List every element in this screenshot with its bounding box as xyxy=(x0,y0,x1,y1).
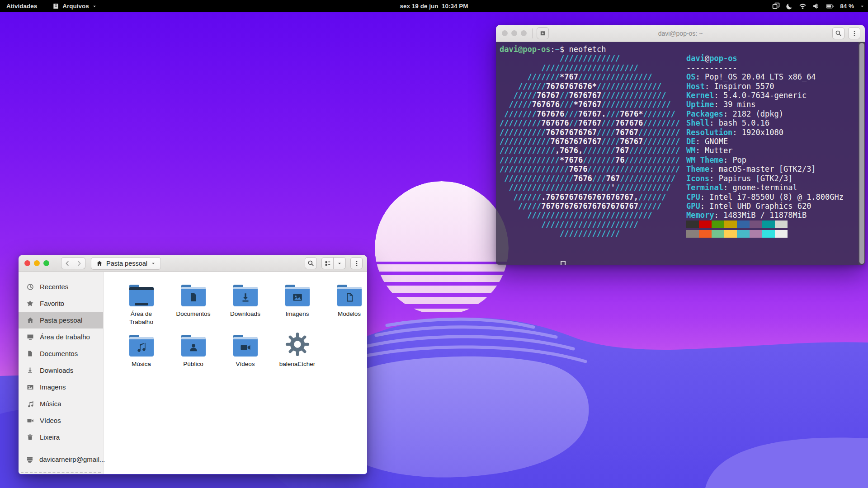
file-item[interactable]: Documentos xyxy=(167,280,219,330)
sidebar-item-label: Downloads xyxy=(40,366,73,374)
file-item[interactable]: Modelos xyxy=(323,280,367,330)
home-icon xyxy=(26,317,34,324)
sidebar-item-label: Favorito xyxy=(40,300,64,307)
volume-icon[interactable] xyxy=(812,2,820,10)
desktop-icon xyxy=(26,333,34,341)
file-cabinet-icon xyxy=(52,3,59,9)
view-mode-button[interactable] xyxy=(321,257,334,269)
clock[interactable]: sex 19 de jun 10:34 PM xyxy=(400,3,468,9)
activities-button[interactable]: Atividades xyxy=(6,3,37,9)
file-item[interactable]: balenaEtcher xyxy=(271,330,323,380)
sidebar-item[interactable]: Música xyxy=(19,395,103,412)
sidebar-item[interactable]: Imagens xyxy=(19,379,103,395)
sidebar-item-label: Pasta pessoal xyxy=(40,316,82,324)
files-window: Pasta pessoal xyxy=(19,255,367,474)
terminal-scrollbar[interactable] xyxy=(859,42,865,265)
files-sidebar: RecentesFavoritoPasta pessoalÁrea de tra… xyxy=(19,272,104,474)
file-item[interactable]: Vídeos xyxy=(219,330,271,380)
night-light-moon-icon[interactable] xyxy=(786,3,793,10)
back-button[interactable] xyxy=(61,257,73,269)
document-icon xyxy=(26,350,34,357)
files-content-area[interactable]: Área de TrabalhoDocumentosDownloadsImage… xyxy=(104,272,367,474)
clock-icon xyxy=(26,283,34,291)
file-item-label: balenaEtcher xyxy=(279,360,316,368)
app-menu-button[interactable]: Arquivos xyxy=(52,3,97,9)
system-menu-chevron-icon[interactable] xyxy=(860,4,864,9)
window-tiling-icon[interactable] xyxy=(772,2,780,10)
sidebar-item-label: Vídeos xyxy=(40,417,61,424)
maximize-window-button[interactable] xyxy=(521,30,527,36)
terminal-cursor xyxy=(561,261,566,265)
sidebar-item-label: Documentos xyxy=(40,350,78,357)
server-icon xyxy=(26,456,33,463)
minimize-window-button[interactable] xyxy=(511,30,517,36)
terminal-menu-kebab-button[interactable] xyxy=(848,27,860,39)
star-icon xyxy=(26,300,34,307)
file-item-label: Música xyxy=(132,360,151,368)
sidebar-item-label: Lixeira xyxy=(40,433,60,441)
app-gear-icon xyxy=(285,330,310,357)
sidebar-item[interactable]: Vídeos xyxy=(19,412,103,429)
terminal-window: davi@pop-os: ~ davi@pop-os:~$ neofetch /… xyxy=(496,25,865,265)
glyph-camera xyxy=(239,341,252,354)
glyph-download xyxy=(240,291,251,303)
view-options-chevron-button[interactable] xyxy=(334,257,346,269)
glyph-template xyxy=(344,292,355,303)
folder-music-icon xyxy=(129,330,154,357)
terminal-search-button[interactable] xyxy=(832,27,844,39)
file-item[interactable]: Público xyxy=(167,330,219,380)
file-item[interactable]: Música xyxy=(115,330,167,380)
folder-desktop-icon xyxy=(129,280,154,306)
music-icon xyxy=(26,400,34,408)
download-icon xyxy=(26,367,34,374)
terminal-content[interactable]: davi@pop-os:~$ neofetch ///////////// //… xyxy=(496,42,865,265)
sidebar-item[interactable]: Documentos xyxy=(19,345,103,362)
wifi-icon[interactable] xyxy=(799,2,807,10)
app-menu-label: Arquivos xyxy=(62,3,89,9)
location-breadcrumb-button[interactable]: Pasta pessoal xyxy=(91,257,161,270)
sidebar-item[interactable]: Pasta pessoal xyxy=(19,312,103,328)
minimize-window-button[interactable] xyxy=(34,260,40,266)
forward-button[interactable] xyxy=(73,257,85,269)
files-menu-kebab-button[interactable] xyxy=(350,257,363,269)
gnome-top-bar: Atividades Arquivos sex 19 de jun 10:34 … xyxy=(0,0,868,12)
file-item-label: Área de Trabalho xyxy=(119,310,164,326)
folder-public-icon xyxy=(181,330,206,357)
terminal-scrollbar-thumb[interactable] xyxy=(859,43,864,264)
terminal-prompt-line: davi@pop-os:~$ neofetch xyxy=(500,45,855,54)
sidebar-item[interactable]: Favorito xyxy=(19,295,103,312)
retro-sun-graphic xyxy=(375,181,509,315)
files-search-button[interactable] xyxy=(305,257,317,269)
sidebar-item[interactable]: Downloads xyxy=(19,362,103,379)
chevron-down-icon xyxy=(151,261,156,266)
file-item-label: Downloads xyxy=(230,310,260,318)
sidebar-item-label: Imagens xyxy=(40,383,66,391)
files-titlebar[interactable]: Pasta pessoal xyxy=(19,255,367,272)
location-label: Pasta pessoal xyxy=(106,260,147,267)
glyph-image xyxy=(292,291,303,303)
video-icon xyxy=(26,417,34,424)
battery-icon[interactable] xyxy=(826,3,834,10)
desktop: Atividades Arquivos sex 19 de jun 10:34 … xyxy=(0,0,868,488)
terminal-titlebar[interactable]: davi@pop-os: ~ xyxy=(496,25,865,42)
sidebar-item[interactable]: Recentes xyxy=(19,278,103,295)
file-item-label: Documentos xyxy=(176,310,211,318)
close-window-button[interactable] xyxy=(24,260,30,266)
glyph-document xyxy=(188,292,199,303)
terminal-color-palette-row xyxy=(686,229,844,238)
file-item[interactable]: Imagens xyxy=(271,280,323,330)
file-item[interactable]: Área de Trabalho xyxy=(115,280,167,330)
sidebar-item[interactable]: Área de trabalho xyxy=(19,328,103,345)
image-icon xyxy=(26,384,34,391)
sidebar-item-label: Recentes xyxy=(40,283,68,291)
file-item[interactable]: Downloads xyxy=(219,280,271,330)
sidebar-item[interactable]: Lixeira xyxy=(19,429,103,446)
titlebar-separator xyxy=(532,28,533,38)
new-tab-button[interactable] xyxy=(537,27,549,39)
folder-image-icon xyxy=(285,280,310,306)
sidebar-item-label: davicarneirp@gmail... xyxy=(39,455,105,463)
sidebar-item[interactable]: davicarneirp@gmail... xyxy=(19,451,103,468)
maximize-window-button[interactable] xyxy=(43,260,49,266)
glyph-person xyxy=(188,342,199,353)
close-window-button[interactable] xyxy=(502,30,508,36)
